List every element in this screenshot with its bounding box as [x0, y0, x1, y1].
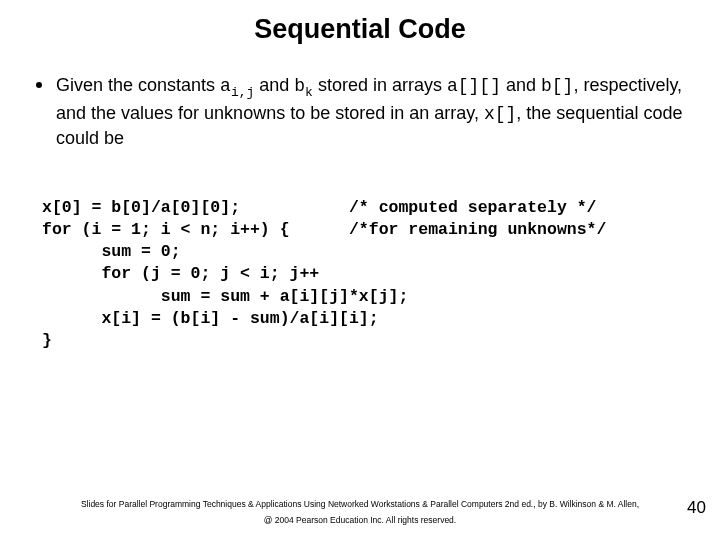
- footer-line-2: @ 2004 Pearson Education Inc. All rights…: [0, 512, 720, 528]
- bullet-item: Given the constants ai,j and bk stored i…: [36, 73, 684, 151]
- bullet-dot-icon: [36, 82, 42, 88]
- page-number: 40: [687, 498, 706, 518]
- code-inline-arr-a: a[][]: [447, 76, 501, 96]
- footer-line-1: Slides for Parallel Programming Techniqu…: [0, 496, 720, 512]
- text-frag: stored in arrays: [313, 75, 447, 95]
- slide-title: Sequential Code: [0, 0, 720, 45]
- code-inline-b: b: [294, 76, 305, 96]
- code-inline-arr-b: b[]: [541, 76, 573, 96]
- slide-body: Given the constants ai,j and bk stored i…: [0, 45, 720, 353]
- text-frag: Given the constants: [56, 75, 220, 95]
- code-inline-a: a: [220, 76, 231, 96]
- code-block: x[0] = b[0]/a[0][0]; /* computed separat…: [42, 197, 684, 353]
- code-inline-arr-x: x[]: [484, 104, 516, 124]
- footer: Slides for Parallel Programming Techniqu…: [0, 496, 720, 528]
- subscript-k: k: [305, 85, 313, 100]
- bullet-text: Given the constants ai,j and bk stored i…: [56, 73, 684, 151]
- text-frag: and: [254, 75, 294, 95]
- slide: Sequential Code Given the constants ai,j…: [0, 0, 720, 540]
- subscript-ij: i,j: [231, 85, 254, 100]
- text-frag: and: [501, 75, 541, 95]
